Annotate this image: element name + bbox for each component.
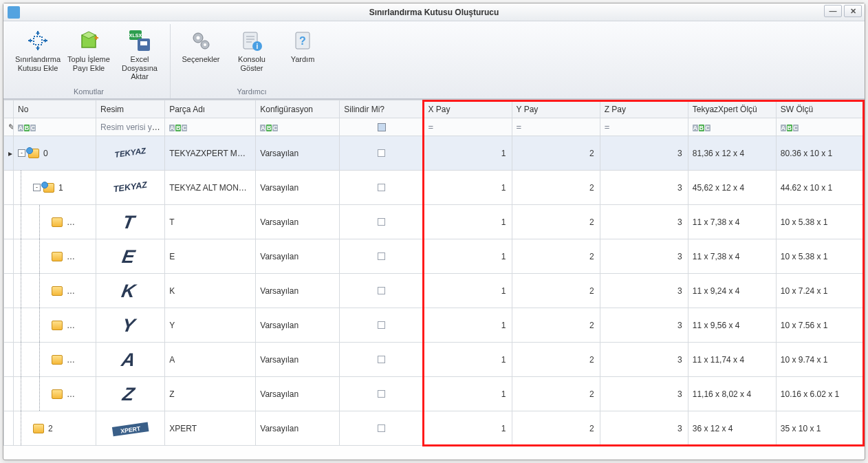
cell-z[interactable]: 3: [600, 343, 688, 377]
cell-sw[interactable]: 10 x 7.24 x 1: [776, 274, 864, 308]
cell-conf[interactable]: Varsayılan: [256, 343, 340, 377]
add-bounding-box-button[interactable]: SınırlandırmaKutusu Ekle: [13, 24, 63, 85]
export-excel-button[interactable]: XLSX Excel DosyasınaAktar: [115, 24, 164, 85]
col-cyl[interactable]: Silindir Mi?: [340, 100, 424, 118]
cylinder-checkbox[interactable]: [378, 356, 385, 363]
cell-z[interactable]: 3: [600, 136, 688, 171]
cell-z[interactable]: 3: [600, 377, 688, 411]
cell-conf[interactable]: Varsayılan: [256, 171, 340, 205]
cell-cyl[interactable]: [340, 239, 424, 274]
cell-name[interactable]: Z: [165, 377, 256, 411]
cell-y[interactable]: 2: [512, 411, 600, 446]
cell-conf[interactable]: Varsayılan: [256, 377, 340, 411]
cell-sw[interactable]: 10 x 9.74 x 1: [776, 343, 864, 377]
cell-y[interactable]: 2: [512, 343, 600, 377]
cell-x[interactable]: 1: [424, 343, 512, 377]
cell-name[interactable]: K: [165, 274, 256, 308]
cell-y[interactable]: 2: [512, 377, 600, 411]
filter-z[interactable]: =: [600, 118, 688, 136]
cell-name[interactable]: TEKYAZXPERT MO…: [165, 136, 256, 171]
cell-x[interactable]: 1: [424, 308, 512, 343]
cell-sw[interactable]: 10 x 5.38 x 1: [776, 239, 864, 274]
cell-name[interactable]: E: [165, 239, 256, 274]
cell-tx[interactable]: 11 x 9,24 x 4: [688, 274, 776, 308]
cell-y[interactable]: 2: [512, 239, 600, 274]
cell-tx[interactable]: 36 x 12 x 4: [688, 411, 776, 446]
col-no[interactable]: No: [14, 100, 96, 118]
cylinder-checkbox[interactable]: [378, 321, 385, 329]
cell-no[interactable]: …: [14, 308, 96, 343]
cell-name[interactable]: TEKYAZ ALT MON…: [165, 171, 256, 205]
cell-no[interactable]: 2: [14, 411, 96, 446]
cell-cyl[interactable]: [340, 411, 424, 446]
col-tx[interactable]: TekyazXpert Ölçü: [688, 100, 776, 118]
col-name[interactable]: Parça Adı: [165, 100, 256, 118]
filter-y[interactable]: =: [512, 118, 600, 136]
cell-y[interactable]: 2: [512, 205, 600, 239]
cell-cyl[interactable]: [340, 171, 424, 205]
col-conf[interactable]: Konfigürasyon: [256, 100, 340, 118]
cell-no[interactable]: …: [14, 274, 96, 308]
cell-cyl[interactable]: [340, 205, 424, 239]
cell-x[interactable]: 1: [424, 411, 512, 446]
table-row[interactable]: …EEVarsayılan12311 x 7,38 x 410 x 5.38 x…: [4, 239, 865, 274]
cell-tx[interactable]: 11,16 x 8,02 x 4: [688, 377, 776, 411]
cell-name[interactable]: A: [165, 343, 256, 377]
options-button[interactable]: Seçenekler: [176, 24, 226, 85]
cylinder-checkbox[interactable]: [378, 218, 385, 226]
filter-x[interactable]: =: [424, 118, 512, 136]
cell-cyl[interactable]: [340, 274, 424, 308]
table-row[interactable]: …TTVarsayılan12311 x 7,38 x 410 x 5.38 x…: [4, 205, 865, 239]
cylinder-checkbox[interactable]: [378, 149, 385, 157]
cell-conf[interactable]: Varsayılan: [256, 274, 340, 308]
cylinder-checkbox[interactable]: [378, 390, 385, 398]
col-y[interactable]: Y Pay: [512, 100, 600, 118]
cell-sw[interactable]: 10.16 x 6.02 x 1: [776, 377, 864, 411]
cell-x[interactable]: 1: [424, 205, 512, 239]
col-image[interactable]: Resim: [96, 100, 165, 118]
table-row[interactable]: …YYVarsayılan12311 x 9,56 x 410 x 7.56 x…: [4, 308, 865, 343]
table-row[interactable]: …AAVarsayılan12311 x 11,74 x 410 x 9.74 …: [4, 343, 865, 377]
cell-conf[interactable]: Varsayılan: [256, 411, 340, 446]
tree-toggle[interactable]: -: [33, 184, 41, 191]
filter-tx[interactable]: ABC: [688, 118, 776, 136]
close-button[interactable]: ✕: [844, 5, 862, 17]
cell-no[interactable]: …: [14, 205, 96, 239]
table-row[interactable]: …ZZVarsayılan12311,16 x 8,02 x 410.16 x …: [4, 377, 865, 411]
cell-cyl[interactable]: [340, 377, 424, 411]
cell-x[interactable]: 1: [424, 136, 512, 171]
cell-sw[interactable]: 10 x 5.38 x 1: [776, 205, 864, 239]
cell-y[interactable]: 2: [512, 171, 600, 205]
cell-tx[interactable]: 45,62 x 12 x 4: [688, 171, 776, 205]
table-row[interactable]: ▸-0TEKYAZTEKYAZXPERT MO…Varsayılan12381,…: [4, 136, 865, 171]
cell-sw[interactable]: 80.36 x 10 x 1: [776, 136, 864, 171]
cell-z[interactable]: 3: [600, 274, 688, 308]
cell-z[interactable]: 3: [600, 171, 688, 205]
cell-conf[interactable]: Varsayılan: [256, 205, 340, 239]
cell-tx[interactable]: 81,36 x 12 x 4: [688, 136, 776, 171]
cell-tx[interactable]: 11 x 11,74 x 4: [688, 343, 776, 377]
cell-name[interactable]: XPERT: [165, 411, 256, 446]
cylinder-checkbox[interactable]: [378, 252, 385, 260]
table-row[interactable]: …KKVarsayılan12311 x 9,24 x 410 x 7.24 x…: [4, 274, 865, 308]
cylinder-checkbox[interactable]: [378, 424, 385, 432]
cell-no[interactable]: -0: [14, 136, 96, 171]
cell-sw[interactable]: 44.62 x 10 x 1: [776, 171, 864, 205]
show-console-button[interactable]: i KonsoluGöster: [227, 24, 276, 85]
filter-image[interactable]: Resim verisi yok: [96, 118, 165, 136]
cell-conf[interactable]: Varsayılan: [256, 136, 340, 171]
tree-toggle[interactable]: -: [18, 149, 25, 157]
cell-x[interactable]: 1: [424, 171, 512, 205]
batch-allowance-button[interactable]: Toplu İşlemePayı Ekle: [64, 24, 113, 85]
cell-conf[interactable]: Varsayılan: [256, 308, 340, 343]
filter-sw[interactable]: ABC: [776, 118, 864, 136]
cylinder-checkbox[interactable]: [378, 287, 385, 294]
cell-y[interactable]: 2: [512, 136, 600, 171]
cell-z[interactable]: 3: [600, 239, 688, 274]
help-button[interactable]: ? Yardım: [278, 24, 327, 85]
filter-no[interactable]: ABC: [14, 118, 96, 136]
cell-cyl[interactable]: [340, 136, 424, 171]
cell-no[interactable]: …: [14, 343, 96, 377]
cell-z[interactable]: 3: [600, 308, 688, 343]
cell-tx[interactable]: 11 x 9,56 x 4: [688, 308, 776, 343]
